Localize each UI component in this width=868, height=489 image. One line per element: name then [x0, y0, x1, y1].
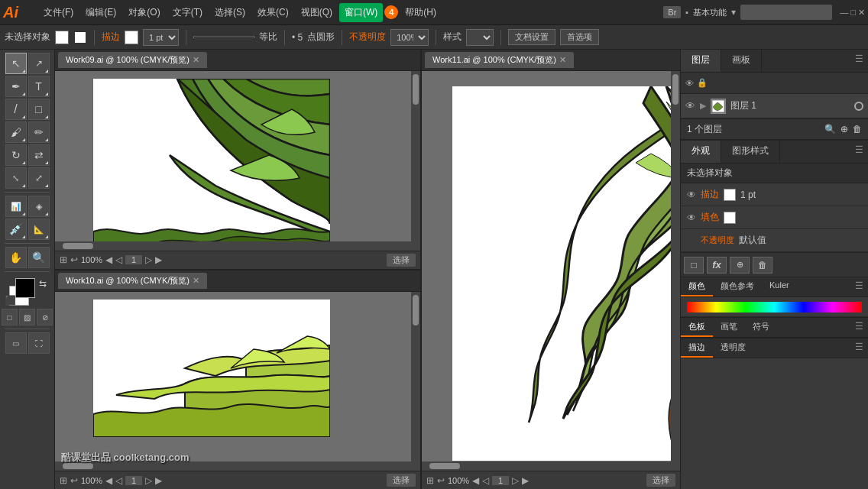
- doc-tab-work09-close[interactable]: ✕: [193, 55, 199, 65]
- scroll-v-thumb-work11[interactable]: [672, 74, 679, 105]
- pen-tool[interactable]: ✒: [5, 76, 27, 97]
- layer-row-1[interactable]: 👁 ▶ 图层 1: [681, 94, 868, 118]
- doc-content-work09[interactable]: [55, 71, 420, 251]
- doc-content-work10[interactable]: 酷课堂出品 coolketang.com: [55, 292, 420, 471]
- stroke-color-box[interactable]: [55, 31, 69, 44]
- type-tool[interactable]: T: [28, 76, 50, 97]
- warp-tool[interactable]: ⤢: [28, 167, 50, 189]
- normal-screen-btn[interactable]: ▭: [5, 332, 27, 354]
- fill-appear-swatch[interactable]: [724, 212, 736, 224]
- menu-effect[interactable]: 效果(C): [252, 3, 294, 22]
- foreground-color-swatch[interactable]: [15, 278, 35, 298]
- scroll-v-thumb-work09[interactable]: [413, 74, 419, 105]
- hand-tool[interactable]: ✋: [5, 247, 27, 268]
- doc-tab-work11-close[interactable]: ✕: [559, 55, 566, 65]
- select-btn-work11[interactable]: 选择: [646, 474, 675, 487]
- symbol-tool[interactable]: ◈: [28, 196, 50, 217]
- scroll-h-thumb-work09[interactable]: [63, 243, 93, 249]
- sub-tab-color[interactable]: 颜色: [681, 277, 713, 296]
- sub-tab-symbol[interactable]: 符号: [745, 318, 777, 337]
- search-input[interactable]: [740, 5, 832, 20]
- stroke-vis-icon[interactable]: 👁: [687, 189, 696, 200]
- doc-status-icon5[interactable]: ▷: [145, 254, 152, 265]
- fullscreen-btn[interactable]: ⛶: [28, 332, 50, 354]
- doc-status-icon6-w11[interactable]: ▶: [522, 475, 529, 486]
- scale-tool[interactable]: ⤡: [5, 167, 27, 189]
- swatch-panel-menu-icon[interactable]: ☰: [850, 318, 868, 337]
- layer-target-circle[interactable]: [854, 102, 863, 111]
- gradient-mode-btn[interactable]: ▨: [19, 309, 35, 325]
- select-btn-work09[interactable]: 选择: [387, 254, 416, 267]
- new-art-btn[interactable]: □: [684, 257, 704, 274]
- doc-status-icon5-w10[interactable]: ▷: [145, 475, 152, 486]
- menu-edit[interactable]: 编辑(E): [80, 3, 121, 22]
- layer-delete-icon[interactable]: 🗑: [853, 124, 862, 134]
- doc-tab-work10-close[interactable]: ✕: [193, 276, 199, 286]
- direct-select-tool[interactable]: ↗: [28, 53, 50, 74]
- bridge-button[interactable]: Br: [663, 6, 681, 18]
- sub-tab-transparency[interactable]: 透明度: [713, 338, 753, 358]
- dup-item-btn[interactable]: ⊕: [730, 257, 750, 274]
- sub-tab-brush[interactable]: 画笔: [713, 318, 745, 337]
- menu-view[interactable]: 视图(Q): [296, 3, 338, 22]
- layer-expand-icon[interactable]: ▶: [700, 101, 706, 111]
- menu-object[interactable]: 对象(O): [123, 3, 165, 22]
- doc-content-work11[interactable]: [422, 71, 680, 471]
- doc-status-icon3-w11[interactable]: ◀: [472, 475, 479, 486]
- fill-vis-icon[interactable]: 👁: [687, 212, 696, 223]
- workspace-dropdown-icon[interactable]: ▾: [731, 7, 736, 18]
- doc-settings-button[interactable]: 文档设置: [508, 29, 555, 45]
- del-item-btn[interactable]: 🗑: [753, 257, 772, 274]
- opacity-select[interactable]: 100%75%50%: [390, 29, 429, 46]
- scrollbar-v-work09[interactable]: [411, 71, 420, 251]
- doc-status-icon1-w11[interactable]: ⊞: [426, 475, 434, 486]
- select-btn-work10[interactable]: 选择: [387, 474, 416, 487]
- doc-status-icon2-w11[interactable]: ↩: [437, 475, 445, 486]
- doc-status-icon2[interactable]: ↩: [70, 254, 78, 265]
- menu-text[interactable]: 文字(T): [167, 3, 208, 22]
- sub-tab-stroke[interactable]: 描边: [681, 338, 713, 358]
- stroke-panel-menu-icon[interactable]: ☰: [850, 338, 868, 358]
- doc-tab-work11[interactable]: Work11.ai @ 100% (CMYK/预览) ✕: [425, 52, 574, 68]
- layer-eye-icon[interactable]: 👁: [685, 100, 695, 112]
- menu-help[interactable]: 帮助(H): [400, 3, 442, 22]
- default-colors-icon[interactable]: ⬛: [5, 295, 16, 306]
- scrollbar-v-work10[interactable]: [411, 292, 420, 471]
- swap-colors-icon[interactable]: ⇆: [39, 278, 47, 289]
- menu-file[interactable]: 文件(F): [38, 3, 79, 22]
- doc-page-input-work10[interactable]: [125, 476, 142, 485]
- fill-mode-btn[interactable]: □: [2, 309, 18, 325]
- scroll-v-thumb-work10[interactable]: [413, 295, 419, 325]
- menu-select[interactable]: 选择(S): [209, 3, 251, 22]
- doc-status-icon3[interactable]: ◀: [105, 254, 112, 265]
- stroke-width-select[interactable]: 1 pt2 pt3 pt: [143, 29, 179, 46]
- reflect-tool[interactable]: ⇄: [28, 144, 50, 166]
- sub-tab-kuler[interactable]: Kuler: [762, 277, 797, 296]
- stroke-appear-swatch[interactable]: [724, 189, 736, 201]
- doc-status-icon2-w10[interactable]: ↩: [70, 475, 78, 486]
- scroll-h-thumb-work11[interactable]: [429, 463, 460, 469]
- color-panel-menu-icon[interactable]: ☰: [850, 277, 868, 296]
- doc-page-input-work09[interactable]: [125, 255, 142, 264]
- brush-tool[interactable]: 🖌: [5, 121, 27, 143]
- doc-tab-work09[interactable]: Work09.ai @ 100% (CMYK/预览) ✕: [58, 52, 207, 68]
- scroll-h-thumb-work10[interactable]: [63, 463, 93, 469]
- stroke-swatch[interactable]: [125, 31, 138, 44]
- layer-visibility-icon[interactable]: 👁: [685, 79, 694, 88]
- doc-status-icon1-w10[interactable]: ⊞: [60, 475, 67, 486]
- fx-btn[interactable]: fx: [707, 257, 727, 274]
- layer-search-icon[interactable]: 🔍: [824, 124, 836, 134]
- pencil-tool[interactable]: ✏: [28, 121, 50, 143]
- scrollbar-v-work11[interactable]: [671, 71, 680, 471]
- color-band[interactable]: [687, 302, 862, 313]
- panel-menu-icon[interactable]: ☰: [850, 50, 868, 72]
- doc-status-icon6-w10[interactable]: ▶: [155, 475, 162, 486]
- doc-status-icon6[interactable]: ▶: [155, 254, 162, 265]
- menu-window[interactable]: 窗口(W): [339, 3, 383, 22]
- doc-status-icon4-w10[interactable]: ◁: [115, 475, 122, 486]
- doc-page-input-work11[interactable]: [492, 476, 509, 485]
- scrollbar-h-work09[interactable]: [55, 241, 411, 251]
- style-select[interactable]: [466, 29, 494, 46]
- rect-tool[interactable]: □: [28, 99, 50, 120]
- doc-status-icon1[interactable]: ⊞: [60, 254, 67, 265]
